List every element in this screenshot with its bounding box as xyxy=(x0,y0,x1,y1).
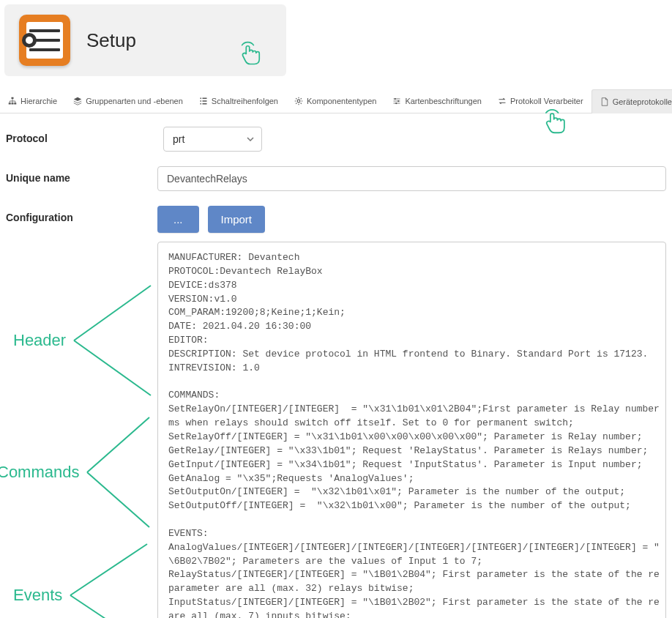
configuration-textarea[interactable]: MANUFACTURER: Devantech PROTOCOL:Devante… xyxy=(157,242,666,618)
tab-hierarchie[interactable]: Hierarchie xyxy=(0,89,65,113)
tab-protokoll-verarbeiter[interactable]: Protokoll Verarbeiter xyxy=(490,89,591,113)
svg-point-6 xyxy=(398,100,400,102)
exchange-icon xyxy=(498,97,507,105)
pointer-cursor-icon xyxy=(238,41,264,67)
tab-label: Geräteprotokolle xyxy=(613,97,672,106)
ellipsis-button[interactable]: ... xyxy=(157,206,199,233)
tab-geraeteprotokolle[interactable]: Geräteprotokolle xyxy=(591,89,672,113)
list-icon xyxy=(199,97,208,105)
tab-label: Hierarchie xyxy=(20,97,57,105)
svg-point-5 xyxy=(395,98,396,100)
svg-rect-2 xyxy=(12,103,14,104)
tab-gruppenarten[interactable]: Gruppenarten und -ebenen xyxy=(65,89,191,113)
layers-icon xyxy=(73,97,82,105)
page-title: Setup xyxy=(86,29,136,52)
setup-header-card: Setup xyxy=(4,4,286,76)
gear-icon xyxy=(294,97,303,105)
document-icon xyxy=(600,97,609,106)
configuration-label: Configuration xyxy=(6,206,157,223)
tab-kartenbeschriftungen[interactable]: Kartenbeschriftungen xyxy=(384,89,490,113)
import-button[interactable]: Import xyxy=(208,206,266,233)
svg-rect-1 xyxy=(9,103,11,104)
tab-label: Gruppenarten und -ebenen xyxy=(86,97,183,105)
svg-point-4 xyxy=(297,100,300,103)
tab-label: Kartenbeschriftungen xyxy=(405,97,482,105)
sliders-icon xyxy=(392,97,401,105)
protocol-label: Protocol xyxy=(6,127,163,144)
unique-name-label: Unique name xyxy=(6,166,157,184)
svg-rect-3 xyxy=(14,103,16,104)
tab-komponententypen[interactable]: Komponententypen xyxy=(286,89,384,113)
tab-label: Protokoll Verarbeiter xyxy=(510,97,583,105)
unique-name-input[interactable] xyxy=(157,166,666,191)
protocol-form: Protocol prt Unique name Configuration .… xyxy=(0,113,672,618)
setup-tabs: Hierarchie Gruppenarten und -ebenen Scha… xyxy=(0,89,672,113)
protocol-selected-value: prt xyxy=(173,133,184,145)
protocol-select[interactable]: prt xyxy=(163,127,262,152)
svg-point-7 xyxy=(396,103,397,104)
chevron-down-icon xyxy=(247,137,254,141)
tab-label: Komponententypen xyxy=(307,97,376,105)
sitemap-icon xyxy=(8,97,17,105)
svg-rect-0 xyxy=(12,97,14,99)
tab-schaltreihenfolgen[interactable]: Schaltreihenfolgen xyxy=(191,89,286,113)
tab-label: Schaltreihenfolgen xyxy=(212,97,278,105)
setup-app-icon xyxy=(19,15,70,66)
